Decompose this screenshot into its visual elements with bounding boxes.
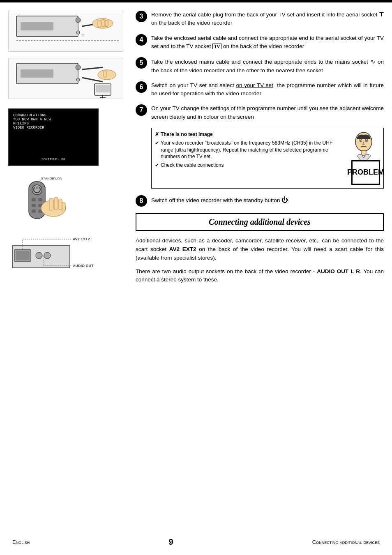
svg-point-13 [76, 65, 81, 70]
check1-icon: ✔ [155, 140, 159, 160]
illus-step3: ⊤ [8, 11, 123, 52]
svg-rect-34 [49, 198, 53, 210]
check2-icon: ✔ [155, 162, 159, 169]
step4-svg [12, 59, 119, 98]
congrats-line4: VIDEO RECORDER [13, 126, 94, 130]
svg-rect-7 [102, 19, 105, 27]
congrats-line2: YOU NOW OWN A NEW [13, 117, 94, 122]
step4-text: Take the enclosed aerial cable and conne… [151, 34, 384, 51]
step8-text: Switch off the video recorder with the s… [151, 195, 290, 205]
svg-text:⊤: ⊤ [81, 33, 85, 37]
footer-left: English [12, 539, 30, 545]
problem-title: ✗ There is no test image [155, 131, 343, 137]
svg-point-2 [76, 18, 81, 23]
svg-point-42 [44, 252, 51, 259]
page: ⊤ [0, 0, 392, 555]
svg-line-15 [82, 67, 103, 69]
svg-rect-6 [98, 20, 101, 28]
step-5: 5 Take the enclosed mains cable and conn… [136, 57, 384, 75]
svg-point-41 [36, 252, 42, 259]
svg-rect-31 [32, 210, 36, 213]
footer: English 9 Connecting additional devices [0, 537, 392, 547]
svg-point-3 [76, 31, 80, 34]
svg-rect-12 [21, 69, 53, 78]
svg-rect-35 [54, 197, 58, 210]
section-para2: There are two audio output sockets on th… [136, 267, 384, 285]
congrats-continue: CONTINUE→ OK [13, 157, 94, 161]
remote-illustration: STANDBY/ON [8, 173, 99, 227]
congrats-area: CONGRATULATIONS YOU NOW OWN A NEW PHILIP… [8, 108, 123, 166]
problem-stamp: PROBLEM [351, 160, 380, 185]
step6-number: 6 [136, 81, 147, 93]
problem-item-2: ✔ Check the cable connections [155, 162, 343, 169]
congrats-screen: CONGRATULATIONS YOU NOW OWN A NEW PHILIP… [8, 108, 99, 166]
problem-item2-text: Check the cable connections [161, 162, 224, 169]
step-6: 6 Switch on your TV set and select on yo… [136, 81, 384, 98]
svg-rect-29 [32, 204, 36, 207]
svg-rect-40 [16, 251, 30, 260]
remote-svg: STANDBY/ON [8, 173, 99, 227]
step5-number: 5 [136, 57, 147, 69]
svg-rect-20 [96, 85, 110, 92]
step7-text: On your TV change the settings of this p… [151, 104, 384, 121]
step5-text: Take the enclosed mains cable and connec… [151, 57, 384, 75]
audio-out-bold: AUDIO OUT L R [317, 268, 360, 274]
svg-line-16 [82, 78, 103, 82]
footer-page-number: 9 [168, 537, 173, 547]
av2-diagram: AV2 EXT2 AUDIO OUT [8, 231, 115, 280]
x-mark: ✗ [155, 131, 159, 137]
svg-rect-36 [58, 199, 62, 210]
svg-text:AV2 EXT2: AV2 EXT2 [73, 237, 90, 241]
svg-point-14 [76, 78, 80, 81]
svg-point-51 [360, 140, 361, 141]
svg-point-53 [366, 140, 367, 141]
left-illustrations: ⊤ [8, 11, 123, 289]
step4-number: 4 [136, 34, 147, 46]
step-3: 3 Remove the aerial cable plug from the … [136, 11, 384, 28]
svg-rect-8 [105, 20, 108, 27]
problem-item-1: ✔ Your video recorder "broadcasts" on th… [155, 140, 343, 160]
congrats-line3: PHILIPS [13, 122, 94, 126]
illus-step4 [8, 58, 123, 99]
step8-number: 8 [136, 195, 147, 207]
av2ext2-bold: AV2 EXT2 [169, 246, 196, 252]
section-title-box: Connecting additional devices [136, 213, 384, 231]
problem-title-text: There is no test image [161, 131, 213, 137]
problem-item1-text: Your video recorder "broadcasts" on the … [161, 140, 343, 160]
svg-text:STANDBY/ON: STANDBY/ON [41, 177, 62, 180]
section-title: Connecting additional devices [140, 217, 380, 227]
problem-face-svg [353, 131, 375, 160]
svg-rect-22 [100, 97, 106, 98]
step3-text: Remove the aerial cable plug from the ba… [151, 11, 384, 28]
step7-number: 7 [136, 104, 147, 116]
problem-content: ✗ There is no test image ✔ Your video re… [155, 131, 343, 185]
svg-text:AUDIO OUT: AUDIO OUT [73, 264, 94, 268]
svg-rect-1 [21, 22, 53, 30]
step-4: 4 Take the enclosed aerial cable and con… [136, 34, 384, 51]
svg-point-17 [98, 70, 116, 80]
step3-number: 3 [136, 11, 147, 22]
step-8: 8 Switch off the video recorder with the… [136, 195, 384, 207]
step-7: 7 On your TV change the settings of this… [136, 104, 384, 121]
right-instructions: 3 Remove the aerial cable plug from the … [131, 11, 384, 289]
av2-svg: AV2 EXT2 AUDIO OUT [8, 233, 115, 278]
problem-box: ✗ There is no test image ✔ Your video re… [151, 128, 384, 189]
step6-text: Switch on your TV set and select on your… [151, 81, 384, 98]
congrats-line1: CONGRATULATIONS [13, 113, 94, 117]
svg-rect-18 [104, 71, 106, 77]
svg-rect-28 [38, 198, 42, 201]
svg-rect-27 [32, 198, 36, 201]
section-para1: Additional devices, such as a decoder, c… [136, 237, 384, 263]
step3-svg: ⊤ [12, 12, 119, 51]
svg-rect-37 [62, 202, 65, 211]
footer-right: Connecting additional devices [312, 539, 380, 545]
